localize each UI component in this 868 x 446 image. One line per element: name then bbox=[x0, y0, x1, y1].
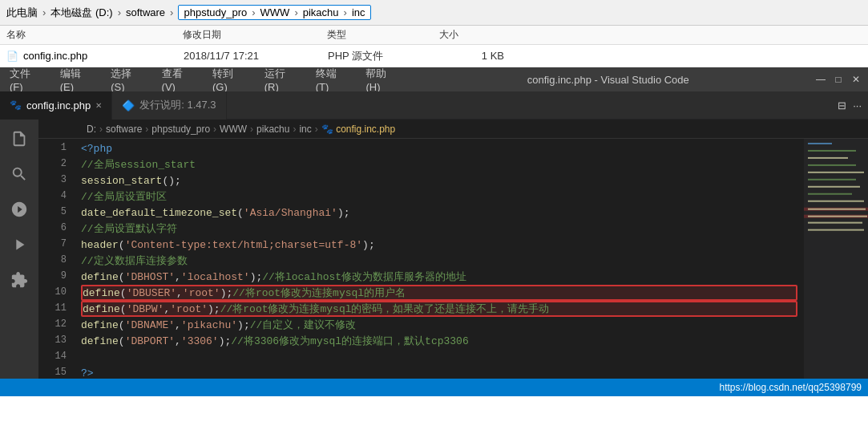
code-line-6: //全局设置默认字符 bbox=[81, 221, 797, 237]
line-number-13: 13 bbox=[38, 333, 67, 349]
breadcrumb-www[interactable]: WWW bbox=[260, 6, 290, 18]
menu-run[interactable]: 运行(R) bbox=[261, 65, 300, 95]
line-numbers: 123456789101112131415 bbox=[38, 139, 75, 379]
menu-terminal[interactable]: 终端(T) bbox=[313, 65, 350, 95]
file-explorer-bar: 此电脑 › 本地磁盘 (D:) › software › phpstudy_pr… bbox=[0, 0, 868, 26]
col-name-header: 名称 bbox=[6, 28, 183, 42]
line-number-2: 2 bbox=[38, 156, 67, 172]
svg-rect-3 bbox=[808, 157, 848, 159]
code-lines[interactable]: <?php//全局session_startsession_start();//… bbox=[75, 139, 804, 379]
code-line-7: header('Content-type:text/html;charset=u… bbox=[81, 237, 797, 253]
activity-debug-icon[interactable] bbox=[3, 229, 35, 261]
breadcrumb-software[interactable]: software bbox=[126, 6, 165, 18]
vscode-breadcrumb-inc[interactable]: inc bbox=[299, 124, 311, 135]
breadcrumb-computer[interactable]: 此电脑 bbox=[6, 6, 38, 20]
tab-vscode-icon: 🔷 bbox=[122, 99, 135, 112]
title-bar: 文件(F) 编辑(E) 选择(S) 查看(V) 转到(G) 运行(R) 终端(T… bbox=[0, 67, 868, 91]
svg-rect-6 bbox=[808, 179, 856, 180]
breadcrumb-pikachu[interactable]: pikachu bbox=[303, 6, 339, 18]
vscode-breadcrumb-phpstudy[interactable]: phpstudy_pro bbox=[151, 124, 210, 135]
col-type-header: 类型 bbox=[327, 28, 439, 42]
code-line-5: date_default_timezone_set('Asia/Shanghai… bbox=[81, 205, 797, 221]
code-line-10: define('DBUSER', 'root');//将root修改为连接mys… bbox=[81, 285, 797, 301]
svg-rect-2 bbox=[808, 150, 856, 152]
code-line-9: define('DBHOST', 'localhost');//将localho… bbox=[81, 269, 797, 285]
tab-bar: 🐾 config.inc.php ✕ 🔷 发行说明: 1.47.3 ⊟ ··· bbox=[0, 91, 868, 120]
vscode-breadcrumb-www[interactable]: WWW bbox=[220, 124, 247, 135]
split-editor-icon[interactable]: ⊟ bbox=[838, 99, 846, 112]
code-line-1: <?php bbox=[81, 140, 797, 156]
svg-rect-7 bbox=[808, 186, 860, 188]
tab-label-release: 发行说明: 1.47.3 bbox=[139, 98, 216, 112]
line-number-14: 14 bbox=[38, 349, 67, 365]
status-bar: https://blog.csdn.net/qq25398799 bbox=[0, 379, 868, 396]
line-number-1: 1 bbox=[38, 140, 67, 156]
tab-close-icon[interactable]: ✕ bbox=[95, 101, 102, 110]
tab-release-notes[interactable]: 🔷 发行说明: 1.47.3 bbox=[112, 91, 226, 120]
code-line-13: define('DBPORT', '3306');//将3306修改为mysql… bbox=[81, 333, 797, 349]
menu-view[interactable]: 查看(V) bbox=[159, 65, 196, 95]
tab-config-inc[interactable]: 🐾 config.inc.php ✕ bbox=[0, 91, 112, 120]
menu-file[interactable]: 文件(F) bbox=[6, 65, 44, 95]
minimize-button[interactable]: — bbox=[815, 74, 826, 85]
svg-rect-15 bbox=[808, 229, 864, 231]
menu-goto[interactable]: 转到(G) bbox=[209, 65, 248, 95]
line-number-10: 10 bbox=[38, 285, 67, 301]
vscode-breadcrumb-file[interactable]: 🐾 config.inc.php bbox=[321, 124, 395, 135]
line-number-15: 15 bbox=[38, 365, 67, 379]
vscode-breadcrumb-d[interactable]: D: bbox=[87, 124, 96, 135]
code-line-2: //全局session_start bbox=[81, 156, 797, 172]
code-line-12: define('DBNAME', 'pikachu');//自定义，建议不修改 bbox=[81, 317, 797, 333]
menu-edit[interactable]: 编辑(E) bbox=[57, 65, 95, 95]
editor-content: D: › software › phpstudy_pro › WWW › pik… bbox=[38, 120, 868, 379]
activity-files-icon[interactable] bbox=[3, 123, 35, 155]
breadcrumb-inc[interactable]: inc bbox=[352, 6, 365, 18]
vscode-breadcrumb-pikachu[interactable]: pikachu bbox=[256, 124, 289, 135]
code-line-4: //全局居设置时区 bbox=[81, 189, 797, 205]
tab-paw-icon: 🐾 bbox=[10, 99, 22, 111]
col-size-header: 大小 bbox=[439, 28, 503, 42]
file-php-icon: 📄 bbox=[6, 51, 18, 62]
code-line-11: define('DBPW', 'root');//将root修改为连接mysql… bbox=[81, 301, 797, 317]
file-name: config.inc.php bbox=[23, 50, 184, 62]
file-size: 1 KB bbox=[440, 50, 504, 62]
activity-bar bbox=[0, 120, 38, 379]
menu-help[interactable]: 帮助(H) bbox=[362, 65, 401, 95]
close-button[interactable]: ✕ bbox=[850, 74, 862, 85]
breadcrumb-drive[interactable]: 本地磁盘 (D:) bbox=[50, 6, 112, 20]
svg-rect-13 bbox=[808, 216, 867, 217]
menu-select[interactable]: 选择(S) bbox=[107, 65, 145, 95]
line-number-8: 8 bbox=[38, 253, 67, 269]
code-area[interactable]: 123456789101112131415 <?php//全局session_s… bbox=[38, 139, 868, 379]
breadcrumb-phpstudy[interactable]: phpstudy_pro bbox=[184, 6, 247, 18]
minimap bbox=[804, 139, 868, 379]
file-type: PHP 源文件 bbox=[328, 49, 440, 63]
line-number-3: 3 bbox=[38, 172, 67, 189]
tab-right-actions: ⊟ ··· bbox=[838, 99, 868, 112]
code-line-8: //定义数据库连接参数 bbox=[81, 253, 797, 269]
activity-search-icon[interactable] bbox=[3, 158, 35, 190]
title-bar-menu: 文件(F) 编辑(E) 选择(S) 查看(V) 转到(G) 运行(R) 终端(T… bbox=[6, 65, 402, 95]
col-date-header: 修改日期 bbox=[183, 28, 327, 42]
svg-rect-14 bbox=[808, 222, 862, 224]
activity-git-icon[interactable] bbox=[3, 193, 35, 225]
svg-rect-0 bbox=[804, 139, 868, 379]
breadcrumb-highlighted-path[interactable]: phpstudy_pro › WWW › pikachu › inc bbox=[178, 5, 370, 20]
code-line-3: session_start(); bbox=[81, 172, 797, 189]
maximize-button[interactable]: □ bbox=[833, 74, 844, 85]
vscode-breadcrumb-software[interactable]: software bbox=[106, 124, 142, 135]
svg-rect-11 bbox=[808, 209, 866, 210]
status-link[interactable]: https://blog.csdn.net/qq25398799 bbox=[720, 382, 862, 393]
line-number-5: 5 bbox=[38, 205, 67, 221]
line-number-9: 9 bbox=[38, 269, 67, 285]
more-actions-icon[interactable]: ··· bbox=[853, 99, 862, 112]
activity-extensions-icon[interactable] bbox=[3, 264, 35, 296]
file-modified-date: 2018/11/7 17:21 bbox=[184, 50, 328, 62]
line-number-11: 11 bbox=[38, 301, 67, 317]
explorer-headers: 名称 修改日期 类型 大小 bbox=[0, 26, 868, 45]
line-number-6: 6 bbox=[38, 221, 67, 237]
vscode-window: 文件(F) 编辑(E) 选择(S) 查看(V) 转到(G) 运行(R) 终端(T… bbox=[0, 67, 868, 396]
code-line-14 bbox=[81, 349, 797, 365]
line-number-12: 12 bbox=[38, 317, 67, 333]
editor-area: D: › software › phpstudy_pro › WWW › pik… bbox=[0, 120, 868, 379]
